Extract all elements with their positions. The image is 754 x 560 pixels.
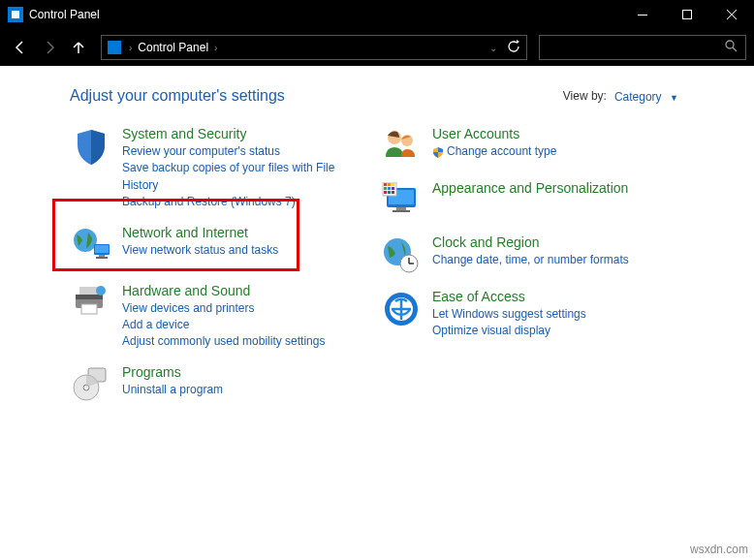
category-clock-region: Clock and Region Change date, time, or n… — [380, 234, 690, 275]
refresh-button[interactable] — [507, 40, 520, 56]
category-title[interactable]: User Accounts — [432, 126, 680, 141]
category-system-security: System and Security Review your computer… — [70, 126, 380, 211]
close-button[interactable] — [709, 0, 754, 29]
category-link[interactable]: Save backup copies of your files with Fi… — [122, 160, 370, 194]
monitor-palette-icon[interactable] — [380, 182, 423, 221]
category-link[interactable]: View network status and tasks — [122, 242, 370, 259]
svg-rect-31 — [392, 187, 394, 190]
category-ease-of-access: Ease of Access Let Windows suggest setti… — [380, 289, 690, 340]
viewby-label: View by: — [563, 89, 607, 103]
svg-point-6 — [74, 229, 97, 252]
category-user-accounts: User Accounts Change account type — [380, 126, 690, 167]
forward-button[interactable] — [37, 35, 62, 60]
svg-rect-13 — [76, 295, 103, 299]
category-title[interactable]: Network and Internet — [122, 225, 370, 240]
category-programs: Programs Uninstall a program — [70, 364, 380, 405]
category-link[interactable]: View devices and printers — [122, 300, 370, 317]
category-title[interactable]: Ease of Access — [432, 289, 680, 304]
category-hardware-sound: Hardware and Sound View devices and prin… — [70, 283, 380, 351]
window-title: Control Panel — [29, 8, 620, 21]
globe-clock-icon[interactable] — [380, 236, 423, 275]
back-button[interactable] — [8, 35, 33, 60]
category-link[interactable]: Review your computer's status — [122, 143, 370, 160]
content-area: Adjust your computer's settings View by:… — [0, 66, 754, 560]
svg-rect-28 — [392, 183, 394, 186]
chevron-right-icon[interactable]: › — [212, 43, 219, 53]
chevron-right-icon[interactable]: › — [127, 43, 134, 53]
svg-point-4 — [726, 41, 734, 48]
page-title: Adjust your computer's settings — [70, 87, 563, 105]
chevron-down-icon: ▼ — [670, 93, 678, 103]
uac-shield-icon — [432, 146, 444, 158]
watermark: wsxdn.com — [690, 543, 748, 556]
svg-rect-14 — [81, 304, 97, 314]
svg-rect-24 — [393, 210, 410, 212]
category-link[interactable]: Let Windows suggest settings — [432, 306, 680, 323]
category-link[interactable]: Add a device — [122, 317, 370, 333]
control-panel-icon — [8, 7, 23, 22]
category-link[interactable]: Adjust commonly used mobility settings — [122, 333, 370, 350]
svg-rect-34 — [392, 191, 394, 194]
svg-rect-27 — [388, 183, 391, 186]
category-title[interactable]: Hardware and Sound — [122, 283, 370, 298]
printer-icon[interactable] — [70, 285, 112, 324]
svg-point-15 — [96, 286, 106, 296]
svg-rect-9 — [99, 255, 105, 257]
svg-rect-33 — [388, 191, 391, 194]
viewby-dropdown[interactable]: Category ▼ — [614, 87, 678, 105]
svg-rect-8 — [95, 245, 109, 253]
users-icon[interactable] — [380, 128, 423, 167]
nav-bar: › Control Panel › ⌄ — [0, 29, 754, 66]
category-link[interactable]: Uninstall a program — [122, 382, 370, 398]
svg-rect-0 — [638, 15, 647, 16]
category-title[interactable]: System and Security — [122, 126, 370, 141]
category-network-internet: Network and Internet View network status… — [70, 225, 380, 265]
category-link[interactable]: Optimize visual display — [432, 323, 680, 339]
search-input[interactable] — [539, 35, 746, 60]
minimize-button[interactable] — [620, 0, 665, 29]
category-link[interactable]: Backup and Restore (Windows 7) — [122, 194, 370, 210]
svg-rect-10 — [96, 257, 108, 259]
svg-rect-29 — [384, 187, 387, 190]
search-icon — [717, 40, 745, 55]
category-title[interactable]: Programs — [122, 364, 370, 380]
address-dropdown-icon[interactable]: ⌄ — [489, 43, 497, 53]
svg-rect-30 — [388, 187, 391, 190]
control-panel-icon — [108, 41, 121, 54]
disc-icon[interactable] — [70, 366, 112, 405]
category-link[interactable]: Change date, time, or number formats — [432, 252, 680, 268]
address-bar[interactable]: › Control Panel › ⌄ — [101, 35, 527, 60]
breadcrumb-root[interactable]: Control Panel — [134, 41, 212, 54]
shield-icon[interactable] — [70, 128, 112, 167]
maximize-button[interactable] — [665, 0, 709, 29]
svg-rect-32 — [384, 191, 387, 194]
globe-network-icon[interactable] — [70, 227, 112, 265]
ease-of-access-icon[interactable] — [380, 291, 423, 329]
svg-rect-26 — [384, 183, 387, 186]
category-title[interactable]: Appearance and Personalization — [432, 180, 680, 196]
up-button[interactable] — [66, 35, 91, 60]
svg-line-5 — [733, 47, 737, 51]
svg-rect-1 — [683, 11, 692, 19]
category-link[interactable]: Change account type — [447, 143, 556, 160]
title-bar: Control Panel — [0, 0, 754, 29]
category-appearance: Appearance and Personalization — [380, 180, 690, 221]
category-title[interactable]: Clock and Region — [432, 234, 680, 250]
svg-rect-23 — [396, 207, 406, 210]
